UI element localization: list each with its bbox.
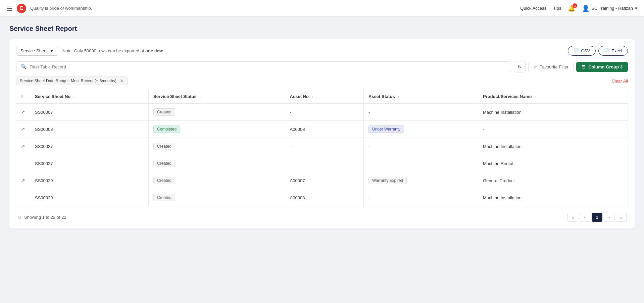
search-input[interactable] (30, 64, 507, 69)
csv-label: CSV (581, 48, 590, 53)
ss-status-cell: Created (149, 138, 285, 155)
product-name-cell: Machine Rental (478, 155, 628, 172)
sort-icon-ss-no[interactable]: ↕ (73, 95, 75, 99)
showing-text: Showing 1 to 22 of 22 (24, 215, 66, 220)
table-wrapper: # Service Sheet No ↕ Service Sheet Statu… (16, 90, 628, 206)
ss-no-cell: SS00008 (30, 121, 149, 138)
asset-no-cell: - (285, 103, 363, 121)
export-buttons: 📄 CSV 📄 Excel (568, 46, 628, 56)
open-link-icon[interactable]: ↗ (21, 178, 25, 183)
col-hash: # (16, 90, 30, 103)
ss-no-cell: SS00029 (30, 189, 149, 206)
col-ss-status: Service Sheet Status ↕ (149, 90, 285, 103)
main-card: Service Sheet ▼ Note: Only 50000 rows ca… (9, 39, 635, 229)
asset-no-cell: - (285, 155, 363, 172)
search-icon: 🔍 (20, 64, 27, 70)
ss-no-cell: SS00029 (30, 172, 149, 189)
column-group-button[interactable]: ☰ Column Group 3 (576, 62, 628, 72)
asset-status-cell: - (363, 155, 478, 172)
sort-icon-asset-no[interactable]: ↕ (311, 95, 313, 99)
open-link-icon[interactable]: ↗ (21, 143, 25, 149)
col-ss-no: Service Sheet No ↕ (30, 90, 149, 103)
sort-icon-product-name[interactable]: ↕ (534, 95, 536, 99)
table-row: SS00027Created--Machine Rental (16, 155, 628, 172)
col-product-name: Product/Services Name ↕ (478, 90, 628, 103)
product-name-cell: - (478, 121, 628, 138)
table-row: ↗SS00029CreatedA00007Warranty ExpiredGen… (16, 172, 628, 189)
product-name-cell: General Product (478, 172, 628, 189)
table-header-row: # Service Sheet No ↕ Service Sheet Statu… (16, 90, 628, 103)
status-badge: Created (153, 108, 175, 116)
status-badge: Created (153, 177, 175, 184)
notification-badge: 1 (573, 3, 577, 8)
ss-status-cell: Created (149, 103, 285, 121)
ss-no-cell: SS00027 (30, 155, 149, 172)
user-name: SC Training - Hafizah (591, 6, 633, 11)
col-group-label: Column Group 3 (588, 64, 623, 69)
col-asset-no: Asset No ↕ (285, 90, 363, 103)
prev-page-button[interactable]: ‹ (580, 213, 590, 222)
csv-icon: 📄 (574, 48, 579, 53)
product-name-cell: Machine Installation (478, 103, 628, 121)
ss-no-cell: SS00027 (30, 138, 149, 155)
sort-icon-ss-status[interactable]: ↕ (199, 95, 201, 99)
data-table: # Service Sheet No ↕ Service Sheet Statu… (16, 90, 628, 206)
asset-status-cell: - (363, 138, 478, 155)
status-badge: Created (153, 194, 175, 201)
ss-no-cell: SS00007 (30, 103, 149, 121)
asset-status-cell: Warranty Expired (363, 172, 478, 189)
table-row: ↗SS00027Created--Machine Installation (16, 138, 628, 155)
status-badge: Completed (153, 125, 180, 133)
active-filters: Service Sheet Date Range : Most Recent (… (16, 77, 628, 85)
asset-status-cell: - (363, 103, 478, 121)
select-chevron-icon: ▼ (50, 48, 54, 53)
asset-status-badge: Under Warranty (368, 125, 404, 133)
column-group-icon: ☰ (582, 64, 586, 69)
refresh-button[interactable]: ↻ (514, 61, 526, 72)
tips-link[interactable]: Tips (553, 6, 561, 11)
topnav: ☰ C Quality is pride of workmanship. Qui… (0, 0, 644, 17)
notification-bell[interactable]: 🔔 1 (568, 5, 575, 12)
excel-export-button[interactable]: 📄 Excel (598, 46, 628, 56)
fav-filter-label: Favourite Filter (539, 64, 568, 69)
user-icon: 👤 (582, 5, 589, 12)
table-row: ↗SS00007Created--Machine Installation (16, 103, 628, 121)
asset-status-cell: Under Warranty (363, 121, 478, 138)
product-name-cell: Machine Installation (478, 138, 628, 155)
quick-access-link[interactable]: Quick Access (520, 6, 546, 11)
filter-tag-close[interactable]: ✕ (120, 78, 124, 84)
asset-no-cell: A00007 (285, 172, 363, 189)
next-page-button[interactable]: › (604, 213, 614, 222)
toolbar: Service Sheet ▼ Note: Only 50000 rows ca… (16, 46, 628, 56)
clear-all-button[interactable]: Clear All (612, 79, 628, 84)
hamburger-icon[interactable]: ☰ (7, 4, 13, 12)
last-page-button[interactable]: » (616, 213, 627, 222)
asset-status-cell: - (363, 189, 478, 206)
filter-tag-label: Service Sheet Date Range : Most Recent (… (20, 79, 116, 83)
status-badge: Created (153, 160, 175, 167)
table-body: ↗SS00007Created--Machine Installation↗SS… (16, 103, 628, 206)
sort-icon-asset-status[interactable]: ↕ (397, 95, 399, 99)
user-menu[interactable]: 👤 SC Training - Hafizah ▾ (582, 5, 637, 12)
service-sheet-select[interactable]: Service Sheet ▼ (16, 46, 58, 56)
refresh-small-icon: ↻ (17, 215, 21, 220)
page-content: Service Sheet Report Service Sheet ▼ Not… (0, 17, 644, 237)
favourite-filter-button[interactable]: ☆ Favourite Filter (528, 62, 574, 72)
table-row: SS00029CreatedA00008-Machine Installatio… (16, 189, 628, 206)
status-badge: Created (153, 143, 175, 150)
col-asset-status: Asset Status ↕ (363, 90, 478, 103)
ss-status-cell: Created (149, 155, 285, 172)
csv-export-button[interactable]: 📄 CSV (568, 46, 596, 56)
current-page-button[interactable]: 1 (592, 213, 602, 222)
pagination-controls: « ‹ 1 › » (567, 213, 627, 222)
excel-label: Excel (611, 48, 622, 53)
ss-status-cell: Created (149, 189, 285, 206)
open-link-icon[interactable]: ↗ (21, 126, 25, 132)
ss-status-cell: Created (149, 172, 285, 189)
asset-status-badge: Warranty Expired (368, 177, 407, 184)
refresh-icon: ↻ (517, 64, 522, 69)
open-link-icon[interactable]: ↗ (21, 109, 25, 115)
first-page-button[interactable]: « (567, 213, 578, 222)
star-icon: ☆ (533, 64, 537, 69)
select-label: Service Sheet (20, 48, 48, 53)
